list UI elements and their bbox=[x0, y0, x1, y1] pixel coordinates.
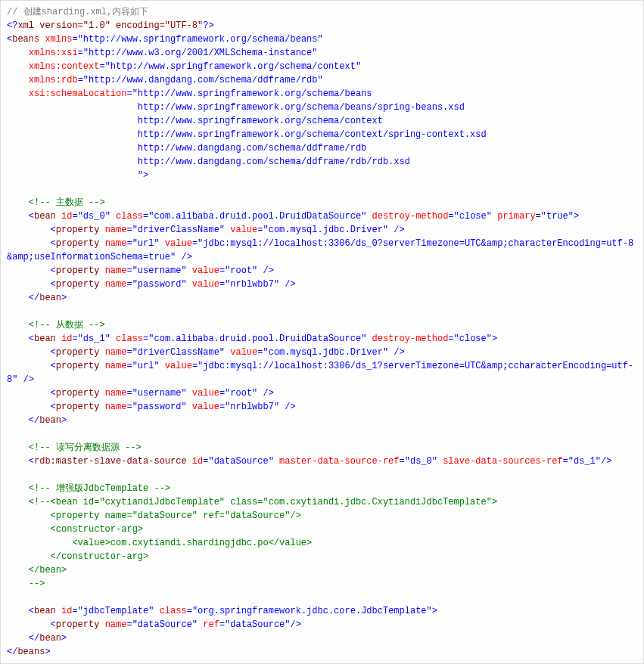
code-token: property bbox=[56, 402, 105, 412]
code-token: http://www.springframework.org/schema/co… bbox=[7, 116, 383, 126]
code-token: value bbox=[225, 225, 257, 235]
code-token: id bbox=[61, 334, 72, 344]
code-token: xsi:schemaLocation bbox=[7, 88, 126, 99]
code-token: bean bbox=[34, 606, 61, 616]
code-token: --> bbox=[7, 579, 45, 589]
code-token: > bbox=[574, 211, 579, 222]
code-token: /> bbox=[285, 279, 295, 290]
code-token: < bbox=[7, 225, 56, 235]
code-token: ="ds_0" bbox=[400, 456, 437, 467]
code-token: < bbox=[7, 606, 34, 616]
code-token: ref bbox=[198, 619, 219, 630]
code-line: // 创建sharding.xml,内容如下 bbox=[7, 7, 148, 17]
code-token: ="org.springframework.jdbc.core.JdbcTemp… bbox=[187, 606, 432, 616]
code-token: value bbox=[187, 402, 219, 412]
code-token: --> bbox=[89, 320, 105, 330]
code-token: <!-- bbox=[7, 197, 51, 208]
code-token: ="http://www.springframework.org/schema/… bbox=[99, 61, 361, 72]
code-token: < bbox=[7, 238, 56, 249]
code-token: ="password" bbox=[126, 279, 186, 290]
code-token: xmlns:rdb bbox=[7, 75, 78, 85]
code-token: /> bbox=[394, 225, 404, 235]
code-token: name bbox=[105, 265, 127, 276]
code-token: destroy-method bbox=[366, 211, 448, 222]
code-token: ="driverClassName" bbox=[126, 347, 225, 358]
code-token: /> bbox=[263, 388, 273, 399]
code-token: value bbox=[187, 279, 219, 290]
code-token: 增强版JdbcTemplate bbox=[51, 483, 154, 494]
code-token: http://www.springframework.org/schema/be… bbox=[7, 102, 465, 113]
code-token: ="nrblwbb7" bbox=[219, 279, 285, 290]
code-token: < bbox=[7, 334, 34, 344]
code-token: property bbox=[56, 238, 105, 249]
code-token: property bbox=[56, 388, 105, 399]
code-token: property bbox=[56, 361, 105, 371]
code-token: /> bbox=[601, 456, 611, 467]
code-token: ="http://www.springframework.org/schema/… bbox=[72, 34, 322, 45]
code-token: > bbox=[61, 293, 67, 303]
code-token: property bbox=[56, 619, 105, 630]
code-token: ="com.alibaba.druid.pool.DruidDataSource… bbox=[143, 211, 366, 222]
code-token: > bbox=[61, 415, 67, 426]
code-token: name bbox=[105, 402, 127, 412]
code-token: ="ds_1" bbox=[72, 334, 110, 344]
code-token: xmlns:xsi bbox=[7, 48, 78, 58]
code-token: < bbox=[7, 388, 56, 399]
code-token: </bean> bbox=[7, 565, 67, 576]
code-token: ?> bbox=[203, 20, 213, 31]
code-token: < bbox=[7, 279, 56, 290]
code-token: xml version="1.0" encoding="UTF-8" bbox=[17, 20, 203, 31]
code-token: master-data-source-ref bbox=[274, 456, 400, 467]
code-token: ="url" bbox=[126, 361, 159, 371]
code-token: <? bbox=[7, 20, 17, 31]
code-token: ="password" bbox=[126, 402, 186, 412]
code-token: > bbox=[492, 334, 497, 344]
code-token: <!-- bbox=[7, 483, 51, 494]
code-token: 读写分离数据源 bbox=[51, 442, 125, 453]
code-token: > bbox=[61, 633, 67, 644]
code-token: ="com.mysql.jdbc.Driver" bbox=[257, 347, 394, 358]
code-token: xmlns:context bbox=[7, 61, 99, 72]
code-token: <constructor-arg> bbox=[7, 524, 143, 535]
code-token: value bbox=[187, 388, 219, 399]
code-token: name bbox=[105, 279, 127, 290]
code-token: xmlns bbox=[45, 34, 72, 45]
code-token: bean bbox=[34, 211, 61, 222]
code-token: > bbox=[143, 170, 148, 181]
code-token: name bbox=[105, 238, 127, 249]
code-token: id bbox=[192, 456, 203, 467]
code-token: property bbox=[56, 265, 105, 276]
code-token: name bbox=[105, 361, 127, 371]
code-token: ="dataSource" bbox=[219, 619, 291, 630]
code-token: <!--<bean id="cxytiandiJdbcTemplate" cla… bbox=[7, 497, 497, 507]
code-token: bean bbox=[39, 415, 61, 426]
code-token: name bbox=[105, 619, 127, 630]
code-token: class bbox=[110, 334, 143, 344]
code-token: beans bbox=[17, 647, 45, 657]
code-token: < bbox=[7, 211, 34, 222]
code-token: ="username" bbox=[126, 265, 186, 276]
code-token: ="http://www.w3.org/2001/XMLSchema-insta… bbox=[78, 48, 318, 58]
code-token: ="close" bbox=[448, 334, 492, 344]
code-token: id bbox=[61, 211, 72, 222]
code-token: < bbox=[7, 402, 56, 412]
code-token: class bbox=[110, 211, 143, 222]
code-token: property bbox=[56, 279, 105, 290]
code-token: < bbox=[7, 456, 34, 467]
code-token: http://www.dangdang.com/schema/ddframe/r… bbox=[7, 143, 366, 154]
code-token: </ bbox=[7, 633, 39, 644]
code-token: > bbox=[45, 647, 50, 657]
code-token: /> bbox=[394, 347, 404, 358]
code-token: property bbox=[56, 347, 105, 358]
code-token: ="close" bbox=[448, 211, 492, 222]
code-token: /> bbox=[23, 374, 34, 385]
code-token: ="dataSource" bbox=[203, 456, 274, 467]
code-token: name bbox=[105, 347, 127, 358]
code-token: bean bbox=[39, 293, 61, 303]
code-token: value bbox=[187, 265, 219, 276]
code-token: ="root" bbox=[219, 265, 263, 276]
code-token: slave-data-sources-ref bbox=[437, 456, 563, 467]
code-token: ="nrblwbb7" bbox=[219, 402, 285, 412]
code-token: ="com.alibaba.druid.pool.DruidDataSource… bbox=[143, 334, 366, 344]
code-token: property bbox=[56, 225, 105, 235]
